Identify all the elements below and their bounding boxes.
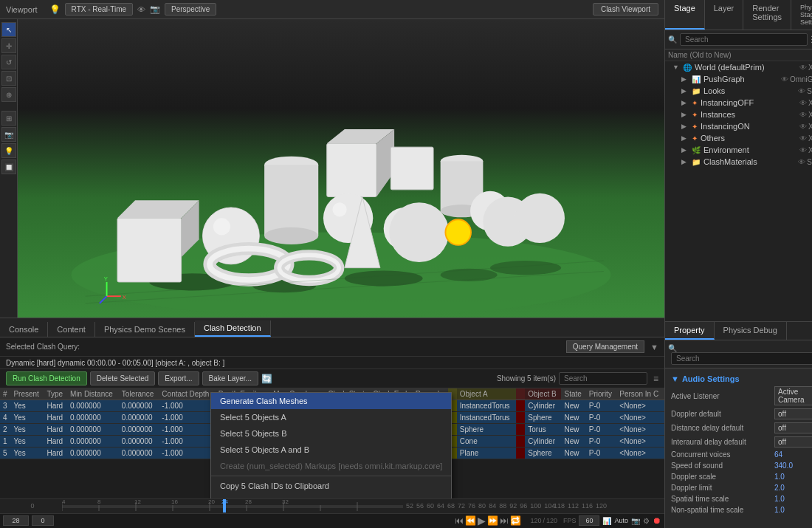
refresh-icon[interactable]: 🔄	[261, 374, 272, 384]
svg-rect-6	[117, 218, 182, 282]
context-select-obj-b[interactable]: Select 5 Objects B	[211, 425, 451, 442]
audio-settings-section: ▼ Audio Settings Active Listener Active …	[665, 368, 812, 518]
prop-nonspatial-time-scale: Non-spatial time scale 1.0	[671, 504, 812, 515]
prop-speed-of-sound: Speed of sound 340.0	[671, 460, 812, 471]
scale-tool-btn[interactable]: ⊡	[1, 71, 16, 86]
cell-state: New	[561, 448, 585, 459]
instancingon-eye-icon[interactable]: 👁	[799, 123, 807, 131]
clashmaterials-eye-icon[interactable]: 👁	[798, 158, 805, 166]
stage-header-row: Name (Old to New) Type	[665, 49, 812, 61]
tab-content[interactable]: Content	[48, 322, 95, 337]
others-eye-icon[interactable]: 👁	[799, 134, 807, 143]
tree-item-instancingon[interactable]: ▶ ✦ InstancingON 👁 Xform	[665, 120, 812, 132]
spatial-time-value[interactable]: 1.0	[774, 495, 785, 503]
eye-icon-btn[interactable]: 👁	[137, 5, 145, 14]
clash-viewport-btn[interactable]: Clash Viewport	[593, 3, 658, 16]
select-tool-btn[interactable]: ↖	[1, 22, 16, 37]
bake-layer-btn[interactable]: Bake Layer...	[202, 371, 258, 385]
tree-item-pushgraph[interactable]: ▶ 📊 PushGraph 👁 OmniGraph	[665, 73, 812, 85]
tree-item-clashmaterials[interactable]: ▶ 📁 ClashMaterials 👁 Scope	[665, 156, 812, 168]
run-clash-detection-btn[interactable]: Run Clash Detection	[6, 371, 87, 385]
active-listener-value: Active Camera ▼	[774, 386, 812, 405]
tab-clash-detection[interactable]: Clash Detection	[195, 320, 271, 337]
collapse-arrow-icon[interactable]: ▼	[671, 374, 679, 383]
cell-person: <None>	[616, 448, 664, 459]
clash-detection-content: Selected Clash Query: Query Management ▼…	[0, 337, 664, 498]
settings-timeline-btn[interactable]: ⚙	[643, 517, 650, 525]
step-forward-btn[interactable]: ⏩	[487, 515, 498, 526]
time-input[interactable]: 28	[3, 515, 29, 526]
speed-of-sound-value[interactable]: 340.0	[774, 462, 793, 470]
nonspatial-time-value[interactable]: 1.0	[774, 506, 785, 514]
table-menu-icon[interactable]: ≡	[653, 374, 658, 384]
transform-tool-btn[interactable]: ⊕	[1, 87, 16, 102]
tab-physics-debug[interactable]: Physics Debug	[715, 322, 787, 340]
cell-obj-b: Sphere	[525, 412, 561, 424]
tab-stage[interactable]: Stage	[665, 0, 705, 30]
distance-delay-label: Distance delay default	[671, 424, 774, 432]
spatial-time-label: Spatial time scale	[671, 495, 774, 503]
instancingoff-eye-icon[interactable]: 👁	[799, 99, 807, 107]
tab-console[interactable]: Console	[0, 322, 48, 337]
record-btn[interactable]: ⏺	[653, 515, 661, 526]
tree-item-instances[interactable]: ▶ ✦ Instances 👁 Xform	[665, 109, 812, 120]
tab-render-settings[interactable]: Render Settings	[743, 0, 791, 30]
active-listener-dropdown[interactable]: Active Camera ▼	[774, 386, 812, 405]
instancingon-label: InstancingON	[701, 122, 796, 131]
snap-btn[interactable]: ⊞	[1, 111, 16, 126]
context-select-obj-ab[interactable]: Select 5 Objects A and B	[211, 442, 451, 458]
rtx-mode-btn[interactable]: RTX - Real-Time	[65, 3, 133, 16]
timeline-far-right: 118 112 116 120	[551, 502, 661, 510]
delete-selected-btn[interactable]: Delete Selected	[90, 371, 156, 385]
timeline-track[interactable]: 4 8 12 16 20 24 28 32	[62, 499, 403, 512]
prop-search-input[interactable]	[671, 352, 812, 365]
light-btn[interactable]: 💡	[1, 143, 16, 158]
step-back-btn[interactable]: ⏪	[465, 515, 476, 526]
loop-btn[interactable]: 🔁	[510, 515, 521, 526]
tree-item-environment[interactable]: ▶ 🌿 Environment 👁 Xform	[665, 144, 812, 156]
stage-search-input[interactable]	[680, 33, 808, 46]
play-btn[interactable]: ▶	[478, 515, 486, 527]
tab-property[interactable]: Property	[665, 322, 715, 340]
render-btn[interactable]: 🔲	[1, 160, 16, 174]
fps-input[interactable]: 60	[579, 515, 599, 526]
doppler-limit-value[interactable]: 2.0	[774, 484, 785, 492]
tab-physics-stage-settings[interactable]: Physics Stage Settings	[791, 0, 812, 30]
environment-eye-icon[interactable]: 👁	[799, 146, 807, 154]
cell-person: <None>	[616, 436, 664, 448]
export-btn[interactable]: Export...	[158, 371, 199, 385]
cell-priority: P-0	[586, 400, 617, 412]
viewport-canvas[interactable]: X Y	[18, 19, 664, 318]
cell-present: Yes	[10, 412, 44, 424]
distance-delay-dropdown[interactable]: off ▼	[774, 422, 812, 433]
skip-start-btn[interactable]: ⏮	[455, 515, 464, 526]
tab-physics-demo[interactable]: Physics Demo Scenes	[95, 322, 195, 337]
pushgraph-eye-icon[interactable]: 👁	[781, 75, 788, 83]
context-select-obj-a[interactable]: Select 5 Objects A	[211, 409, 451, 425]
frame-input[interactable]: 0	[32, 515, 54, 526]
looks-eye-icon[interactable]: 👁	[798, 87, 805, 95]
instances-eye-icon[interactable]: 👁	[799, 111, 807, 119]
concurrent-voices-value[interactable]: 64	[774, 450, 782, 459]
perspective-btn[interactable]: Perspective	[165, 3, 216, 16]
world-eye-icon[interactable]: 👁	[799, 64, 807, 72]
clashmaterials-type: Scope	[807, 158, 812, 166]
tree-item-looks[interactable]: ▶ 📁 Looks 👁 Scope	[665, 85, 812, 97]
doppler-default-dropdown[interactable]: off ▼	[774, 408, 812, 419]
camera-btn[interactable]: 📷	[1, 127, 16, 142]
tree-item-others[interactable]: ▶ ✦ Others 👁 Xform	[665, 132, 812, 144]
skip-end-btn[interactable]: ⏭	[500, 515, 509, 526]
query-management-btn[interactable]: Query Management	[566, 340, 644, 353]
tree-item-instancingoff[interactable]: ▶ ✦ InstancingOFF 👁 Xform	[665, 97, 812, 109]
tab-layer[interactable]: Layer	[705, 0, 744, 30]
rotate-tool-btn[interactable]: ↺	[1, 55, 16, 69]
context-generate-meshes[interactable]: Generate Clash Meshes	[211, 393, 451, 409]
interaural-delay-dropdown[interactable]: off ▼	[774, 436, 812, 448]
cell-contact-depth: -1.000	[159, 400, 215, 412]
context-copy-obj-a-paths[interactable]: Copy 5 Selected Object A Paths to Clipbo…	[211, 494, 451, 498]
doppler-scale-value[interactable]: 1.0	[774, 473, 785, 481]
context-copy-ids[interactable]: Copy 5 Clash IDs to Clipboard	[211, 478, 451, 494]
move-tool-btn[interactable]: ✛	[1, 38, 16, 53]
clash-search-input[interactable]	[559, 372, 647, 385]
tree-item-world[interactable]: ▼ 🌐 World (defaultPrim) 👁 Xform	[665, 61, 812, 73]
